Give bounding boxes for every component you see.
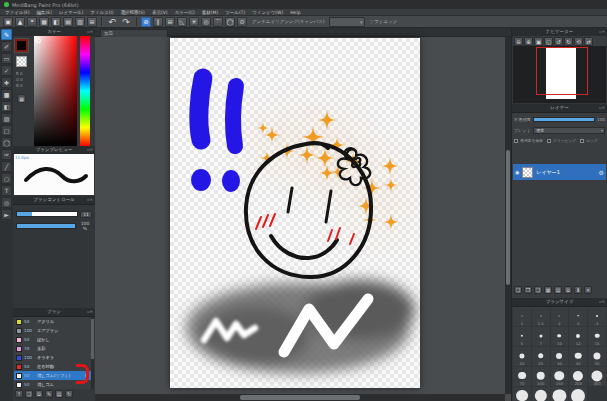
brush-size-cell-25[interactable]: 25 <box>532 347 550 366</box>
brush-size-value[interactable]: 11 <box>80 211 92 218</box>
snap-settings-icon[interactable]: ⊙ <box>237 17 247 27</box>
brush-size-cell-10[interactable]: 10 <box>551 327 569 346</box>
panel-header-buttons[interactable]: ▫✕ <box>599 298 605 306</box>
panel-header-buttons[interactable]: ▫✕ <box>87 28 93 36</box>
select-frame-tool[interactable]: ▢ <box>1 125 12 136</box>
rotate-left-icon[interactable]: ↺ <box>554 37 563 46</box>
menu-item-10[interactable]: Help <box>290 10 300 15</box>
sort-up-icon[interactable]: ↑ <box>15 390 23 398</box>
saturation-value-picker[interactable] <box>34 36 77 146</box>
hue-slider[interactable] <box>80 36 90 146</box>
edit-brush-icon[interactable]: ✎ <box>45 390 53 398</box>
redo-button[interactable]: ↷ <box>120 17 132 27</box>
pen-tool[interactable]: ✐ <box>1 41 12 52</box>
auto-select-tool[interactable]: ✓ <box>1 65 12 76</box>
brush-size-cell-7[interactable]: 7 <box>532 327 550 346</box>
add-layer-icon[interactable]: ❏ <box>514 286 522 294</box>
folder-icon[interactable]: ▤ <box>554 286 562 294</box>
add-folder-icon[interactable]: ❐ <box>524 286 532 294</box>
brush-size-cell-15[interactable]: 15 <box>588 327 606 346</box>
protect-alpha-checkbox[interactable] <box>514 139 518 143</box>
duplicate-layer-icon[interactable]: ⧉ <box>564 286 572 294</box>
snap-grid-icon[interactable]: ⊞ <box>165 17 175 27</box>
image-icon[interactable]: ▦ <box>39 17 49 27</box>
menu-item-0[interactable]: ファイル(F) <box>5 10 30 15</box>
brush-item-3[interactable]: 70水彩 <box>14 344 91 353</box>
canvas-page[interactable] <box>170 38 420 388</box>
snap-ellipse-icon[interactable]: ◯ <box>225 17 235 27</box>
zoom-out-icon[interactable]: ⊖ <box>514 37 523 46</box>
layer-opacity-slider[interactable] <box>533 117 595 122</box>
flip-horizontal-icon[interactable]: ⇄ <box>584 37 593 46</box>
snap-off-icon[interactable]: ⊘ <box>141 17 151 27</box>
brush-size-cell-500[interactable]: 500 <box>532 387 550 401</box>
delete-layer-icon[interactable]: ✕ <box>584 286 592 294</box>
menu-item-1[interactable]: 編集(E) <box>37 10 52 15</box>
brush-size-cell-30[interactable]: 30 <box>551 347 569 366</box>
panel-header-buttons[interactable]: ▫✕ <box>87 308 93 316</box>
brush-item-4[interactable]: 100キラキラ <box>14 353 91 362</box>
menu-item-3[interactable]: フィルタ(I) <box>90 10 113 15</box>
fit-view-icon[interactable]: ▣ <box>534 37 543 46</box>
brush-item-1[interactable]: 100エアブラシ <box>14 326 91 335</box>
window-layout-icon[interactable]: ◧ <box>51 17 61 27</box>
snap-concentric-icon[interactable]: ◎ <box>201 17 211 27</box>
publish-icon[interactable]: ❝ <box>27 17 37 27</box>
zoom-tool[interactable]: ◎ <box>1 197 12 208</box>
move-tool[interactable]: ✚ <box>1 77 12 88</box>
marquee-tool[interactable]: ▭ <box>1 53 12 64</box>
brush-size-cell-100[interactable]: 100 <box>532 367 550 386</box>
brush-size-slider[interactable] <box>16 211 78 217</box>
layer-visibility-icon[interactable]: ◉ <box>515 169 519 175</box>
brush-tool[interactable]: ✎ <box>1 29 12 40</box>
brush-size-cell-700[interactable]: 700 <box>551 387 569 401</box>
actual-size-icon[interactable]: ◱ <box>544 37 553 46</box>
sv-cursor[interactable] <box>36 38 41 43</box>
layer-settings-icon[interactable]: ⚙ <box>599 169 604 176</box>
background-color-swatch[interactable] <box>16 56 27 67</box>
layer-item-selected[interactable]: ◉ レイヤー1 ⚙ <box>513 164 606 180</box>
brush-item-0[interactable]: 50アクリル <box>14 317 91 326</box>
duplicate-brush-icon[interactable]: ⧉ <box>35 390 43 398</box>
brush-size-cell-200[interactable]: 200 <box>569 367 587 386</box>
reset-rotation-icon[interactable]: ⟲ <box>574 37 583 46</box>
brush-size-cell-400[interactable]: 400 <box>513 387 531 401</box>
panel-header-buttons[interactable]: ▫✕ <box>87 146 93 154</box>
rotate-right-icon[interactable]: ↻ <box>564 37 573 46</box>
panel-header-buttons[interactable]: ▫✕ <box>87 196 93 204</box>
navigator-preview[interactable] <box>513 46 606 103</box>
panel-header-buttons[interactable]: ▫✕ <box>599 28 605 36</box>
gradient-tool[interactable]: ▨ <box>1 113 12 124</box>
brush-opacity-slider[interactable] <box>16 223 76 229</box>
lock-checkbox[interactable] <box>580 139 584 143</box>
menu-item-6[interactable]: カラー(C) <box>174 10 194 15</box>
menu-item-2[interactable]: レイヤー(L) <box>59 10 83 15</box>
snap-curve-icon[interactable]: ⌒ <box>213 17 223 27</box>
fill-tool[interactable]: ■ <box>1 89 12 100</box>
checker-icon[interactable]: ▦ <box>544 286 552 294</box>
menu-item-5[interactable]: 表示(V) <box>152 10 168 15</box>
canvas-horizontal-scrollbar[interactable] <box>95 394 505 401</box>
brush-size-cell-4[interactable]: 4 <box>588 307 606 326</box>
menu-item-9[interactable]: ウィンドウ(W) <box>252 10 283 15</box>
snap-parallel-icon[interactable]: ∥ <box>153 17 163 27</box>
menu-item-4[interactable]: 選択範囲(S) <box>121 10 145 15</box>
blend-mode-dropdown[interactable]: 通常 <box>533 127 605 134</box>
brush-size-cell-1[interactable]: 1 <box>513 307 531 326</box>
lasso-tool[interactable]: ◯ <box>1 137 12 148</box>
brush-folder-icon[interactable]: ▤ <box>55 390 63 398</box>
brush-size-cell-20[interactable]: 20 <box>513 347 531 366</box>
navigator-viewport-rect[interactable] <box>536 47 588 95</box>
brush-size-cell-40[interactable]: 40 <box>569 347 587 366</box>
snap-vanishing-icon[interactable]: ◺ <box>177 17 187 27</box>
bucket-tool[interactable]: ◧ <box>1 101 12 112</box>
select-pen-tool[interactable]: ✑ <box>1 149 12 160</box>
hand-tool[interactable]: ○ <box>1 173 12 184</box>
palette-icon[interactable]: ▦ <box>17 94 26 103</box>
grid-view-icon[interactable]: ⊞ <box>87 17 97 27</box>
undo-button[interactable]: ↶ <box>106 17 118 27</box>
save-icon[interactable]: ▣ <box>3 17 13 27</box>
brush-item-2[interactable]: 50ぼかし <box>14 335 91 344</box>
reload-brush-icon[interactable]: ↻ <box>65 390 73 398</box>
document-tab[interactable]: 無題 <box>100 29 168 37</box>
